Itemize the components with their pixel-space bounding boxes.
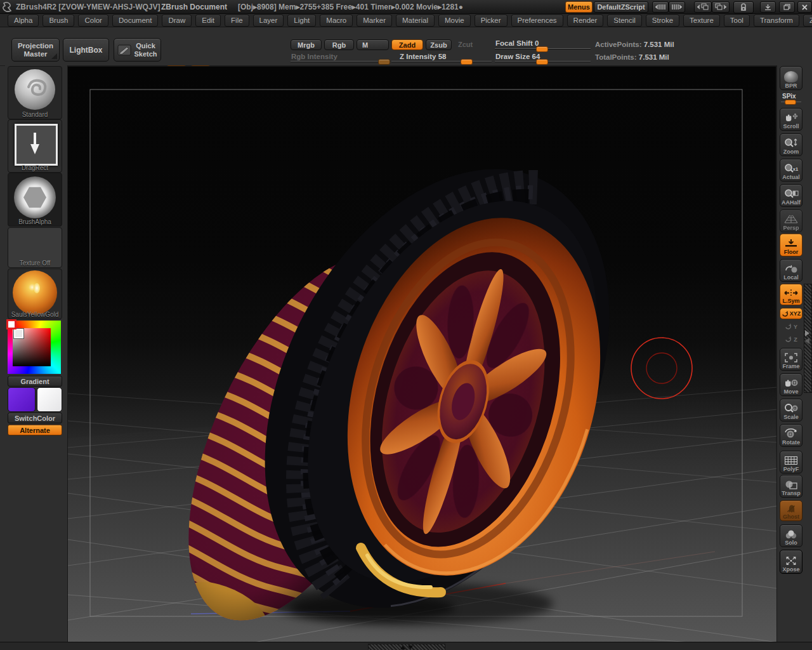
menu-color[interactable]: Color: [78, 15, 108, 27]
lock-button[interactable]: [733, 1, 754, 13]
rgb-button[interactable]: Rgb: [324, 39, 354, 50]
menu-render[interactable]: Render: [567, 15, 604, 27]
draw-size-text: Draw Size: [495, 53, 530, 60]
right-shelf: BPR SPix Scroll Zoom x1: [776, 65, 812, 642]
main-color-swatch[interactable]: [8, 387, 36, 412]
default-zscript-button[interactable]: DefaultZScript: [594, 1, 648, 13]
z-intensity-handle[interactable]: [461, 59, 473, 65]
minimize-button[interactable]: [760, 1, 776, 13]
floor-button[interactable]: Floor: [780, 234, 802, 256]
menu-material[interactable]: Material: [396, 15, 435, 27]
bottom-tray-divider[interactable]: [368, 644, 445, 650]
lightbox-button[interactable]: LightBox: [63, 38, 109, 62]
mrgb-button[interactable]: Mrgb: [291, 39, 322, 50]
menu-macro[interactable]: Macro: [320, 15, 353, 27]
menu-alpha[interactable]: Alpha: [8, 15, 39, 27]
bpr-button[interactable]: BPR: [780, 66, 802, 90]
doc-prev-button[interactable]: [694, 1, 712, 13]
menu-tool[interactable]: Tool: [724, 15, 750, 27]
total-points-value: 7.531 Mil: [639, 53, 669, 61]
menu-edit[interactable]: Edit: [195, 15, 221, 27]
local-button[interactable]: Local: [780, 259, 802, 282]
menu-transform[interactable]: Transform: [754, 15, 799, 27]
switchcolor-button[interactable]: SwitchColor: [8, 413, 62, 423]
gxyz-button[interactable]: XYZ: [780, 308, 802, 319]
alpha-thumbnail[interactable]: BrushAlpha: [8, 173, 62, 227]
aahalf-button[interactable]: AAHalf: [780, 184, 802, 207]
solo-button[interactable]: Solo: [780, 524, 802, 547]
doc-next-button[interactable]: [712, 1, 730, 13]
menu-file[interactable]: File: [225, 15, 249, 27]
svg-text:x1: x1: [793, 166, 798, 172]
menu-marker[interactable]: Marker: [357, 15, 392, 27]
title-bar: ZBrush4R2 [ZVOW-YMEW-AHSJ-WQJV] ZBrush D…: [0, 0, 812, 14]
shelf-scale-button[interactable]: Scale: [780, 399, 802, 421]
zadd-button[interactable]: Zadd: [391, 39, 423, 50]
right-tray-divider[interactable]: [804, 284, 812, 393]
bars-left-icon: [655, 4, 666, 10]
menu-document[interactable]: Document: [112, 15, 158, 27]
close-button[interactable]: [797, 1, 812, 13]
lsym-button[interactable]: L.Sym: [780, 284, 802, 305]
z-intensity-track[interactable]: [391, 61, 492, 62]
menu-stencil[interactable]: Stencil: [607, 15, 642, 27]
persp-button[interactable]: Persp: [780, 209, 802, 232]
quick-sketch-label: Quick Sketch: [134, 42, 157, 58]
shelf-rotate-button[interactable]: Rotate: [780, 424, 802, 447]
shelf-rotate-label: Rotate: [782, 439, 800, 446]
focal-shift-handle[interactable]: [536, 46, 548, 52]
frame-label: Frame: [782, 363, 799, 370]
gy-button[interactable]: Y: [780, 321, 802, 333]
draw-size-handle[interactable]: [536, 59, 548, 65]
stroke-thumbnail[interactable]: DragRect: [8, 119, 62, 173]
zcut-button[interactable]: Zcut: [458, 41, 473, 48]
alternate-button[interactable]: Alternate: [8, 425, 62, 435]
hue-cursor[interactable]: [6, 319, 16, 329]
actual-button[interactable]: x1 Actual: [780, 159, 802, 182]
zoom-button[interactable]: Zoom: [780, 133, 802, 156]
transp-button[interactable]: Transp: [780, 475, 802, 498]
rgb-intensity-track[interactable]: [291, 61, 390, 62]
menu-layer[interactable]: Layer: [253, 15, 284, 27]
z-intensity-text: Z Intensity: [400, 53, 436, 60]
document-canvas[interactable]: [67, 66, 776, 642]
tray-bars-left-button[interactable]: [652, 1, 669, 13]
shelf-move-button[interactable]: Move: [780, 373, 802, 396]
gradient-button[interactable]: Gradient: [8, 376, 62, 387]
menu-movie[interactable]: Movie: [438, 15, 471, 27]
polyf-button[interactable]: PolyF: [780, 451, 802, 474]
menu-texture[interactable]: Texture: [683, 15, 720, 27]
menus-button[interactable]: Menus: [565, 1, 593, 13]
zbrush-logo-icon: [2, 1, 13, 12]
xpose-button[interactable]: Xpose: [780, 550, 802, 574]
menu-stroke[interactable]: Stroke: [646, 15, 679, 27]
color-picker[interactable]: [5, 321, 63, 375]
menu-draw[interactable]: Draw: [162, 15, 192, 27]
m-button[interactable]: M: [357, 39, 389, 50]
scroll-button[interactable]: Scroll: [780, 108, 802, 131]
sv-cursor[interactable]: [14, 329, 23, 338]
restore-button[interactable]: [779, 1, 795, 13]
material-thumbnail[interactable]: SaulsYellowGold: [8, 269, 62, 319]
menu-zplugin[interactable]: Zplugin: [803, 15, 812, 27]
lsym-icon: [783, 288, 799, 298]
menu-light[interactable]: Light: [287, 15, 316, 27]
secondary-color-swatch[interactable]: [37, 387, 62, 412]
brush-thumbnail[interactable]: Standard: [8, 66, 62, 119]
rgb-intensity-handle[interactable]: [378, 59, 390, 65]
texture-thumbnail[interactable]: Texture Off: [8, 227, 62, 268]
spix-handle[interactable]: [785, 100, 796, 105]
menu-preferences[interactable]: Preferences: [511, 15, 563, 27]
viewport-3d[interactable]: [68, 67, 777, 642]
frame-button[interactable]: Frame: [780, 348, 802, 371]
zoom-magnifier-icon: [783, 138, 799, 149]
menu-picker[interactable]: Picker: [475, 15, 508, 27]
zsub-button[interactable]: Zsub: [426, 39, 452, 50]
tray-bars-right-button[interactable]: [669, 1, 685, 13]
stroke-name: DragRect: [8, 164, 62, 171]
quick-sketch-button[interactable]: Quick Sketch: [114, 38, 161, 62]
menu-brush[interactable]: Brush: [43, 15, 74, 27]
projection-master-button[interactable]: Projection Master: [11, 38, 60, 62]
ghost-button[interactable]: Ghost: [780, 500, 802, 521]
gz-button[interactable]: Z: [780, 333, 802, 345]
